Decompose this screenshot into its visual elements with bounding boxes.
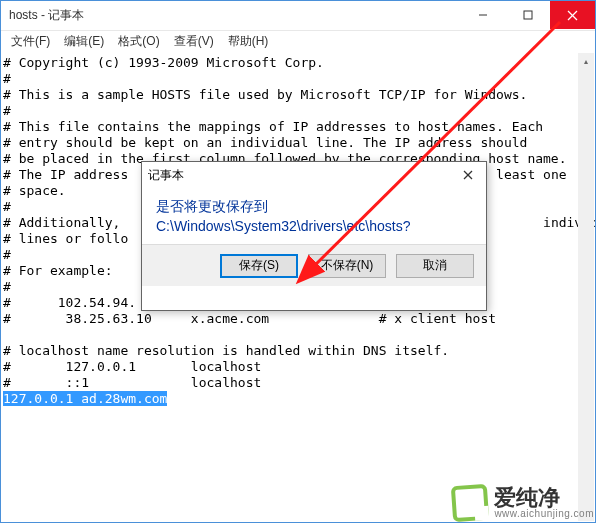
text-line: # Additionally, bbox=[3, 215, 128, 230]
dialog-titlebar[interactable]: 记事本 bbox=[142, 162, 486, 188]
text-line: # lines or follo bbox=[3, 231, 128, 246]
vertical-scrollbar[interactable]: ▴ bbox=[578, 53, 594, 521]
cancel-button[interactable]: 取消 bbox=[396, 254, 474, 278]
menu-view[interactable]: 查看(V) bbox=[168, 31, 220, 52]
text-line: # ::1 localhost bbox=[3, 375, 261, 390]
text-line: least one bbox=[488, 167, 566, 182]
selected-text: 127.0.0.1 ad.28wm.com bbox=[3, 391, 167, 406]
text-line: # bbox=[3, 103, 11, 118]
text-line: # 102.54.94. bbox=[3, 295, 136, 310]
text-line: # This file contains the mappings of IP … bbox=[3, 119, 543, 134]
menu-help[interactable]: 帮助(H) bbox=[222, 31, 275, 52]
menu-edit[interactable]: 编辑(E) bbox=[58, 31, 110, 52]
save-button[interactable]: 保存(S) bbox=[220, 254, 298, 278]
watermark-logo-icon bbox=[451, 484, 489, 522]
text-line: # bbox=[3, 279, 11, 294]
text-line: # bbox=[3, 199, 11, 214]
text-line: # space. bbox=[3, 183, 66, 198]
window-title: hosts - 记事本 bbox=[9, 7, 460, 24]
text-line: # 38.25.63.10 x.acme.com # x client host bbox=[3, 311, 496, 326]
minimize-button[interactable] bbox=[460, 1, 505, 29]
watermark-cn: 爱纯净 bbox=[494, 487, 594, 509]
text-line: # The IP address bbox=[3, 167, 128, 182]
dialog-message: 是否将更改保存到 C:\Windows\System32\drivers\etc… bbox=[142, 188, 486, 244]
menu-file[interactable]: 文件(F) bbox=[5, 31, 56, 52]
menubar: 文件(F) 编辑(E) 格式(O) 查看(V) 帮助(H) bbox=[1, 31, 595, 51]
notepad-window: hosts - 记事本 文件(F) 编辑(E) 格式(O) 查看(V) 帮助(H… bbox=[0, 0, 596, 523]
window-controls bbox=[460, 1, 595, 30]
text-line: # bbox=[3, 247, 11, 262]
dialog-title: 记事本 bbox=[148, 167, 456, 184]
close-button[interactable] bbox=[550, 1, 595, 29]
watermark-en: www.aichunjing.com bbox=[494, 509, 594, 519]
text-line: # 127.0.0.1 localhost bbox=[3, 359, 261, 374]
scroll-up-icon[interactable]: ▴ bbox=[578, 53, 594, 69]
maximize-button[interactable] bbox=[505, 1, 550, 29]
dialog-msg-line2: C:\Windows\System32\drivers\etc\hosts? bbox=[156, 216, 472, 236]
dont-save-button[interactable]: 不保存(N) bbox=[308, 254, 386, 278]
text-line: # localhost name resolution is handled w… bbox=[3, 343, 449, 358]
save-dialog: 记事本 是否将更改保存到 C:\Windows\System32\drivers… bbox=[141, 161, 487, 311]
titlebar[interactable]: hosts - 记事本 bbox=[1, 1, 595, 31]
dialog-msg-line1: 是否将更改保存到 bbox=[156, 196, 472, 216]
svg-rect-1 bbox=[524, 11, 532, 19]
text-line: # Copyright (c) 1993-2009 Microsoft Corp… bbox=[3, 55, 324, 70]
text-line: # This is a sample HOSTS file used by Mi… bbox=[3, 87, 527, 102]
dialog-buttons: 保存(S) 不保存(N) 取消 bbox=[142, 244, 486, 286]
watermark-text: 爱纯净 www.aichunjing.com bbox=[494, 487, 594, 519]
text-line: # entry should be kept on an individual … bbox=[3, 135, 527, 150]
text-line: # bbox=[3, 71, 11, 86]
text-line: # For example: bbox=[3, 263, 113, 278]
dialog-close-button[interactable] bbox=[456, 165, 480, 185]
menu-format[interactable]: 格式(O) bbox=[112, 31, 165, 52]
watermark: 爱纯净 www.aichunjing.com bbox=[452, 485, 594, 521]
